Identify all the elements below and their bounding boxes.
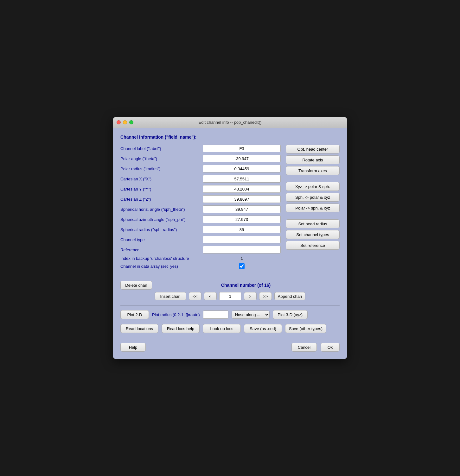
radius-field-label: Polar radius ("radius") xyxy=(120,166,203,171)
nav-row: Insert chan << < > >> Append chan xyxy=(120,292,340,300)
index-row: Index in backup 'urchanlocs' structure 1 xyxy=(120,256,281,261)
first-button[interactable]: << xyxy=(189,292,201,300)
content-area: Channel information ("field_name"): Chan… xyxy=(113,128,347,359)
ok-cancel-area: Cancel Ok xyxy=(291,343,340,352)
insert-chan-button[interactable]: Insert chan xyxy=(155,292,186,300)
index-label: Index in backup 'urchanlocs' structure xyxy=(120,256,203,261)
chantype-input[interactable] xyxy=(203,236,281,243)
section-title: Channel information ("field_name"): xyxy=(120,135,340,140)
sph-theta-field-label: Spherical horiz. angle ("sph_theta") xyxy=(120,207,203,212)
channel-number-container: Channel number (of 16) xyxy=(152,283,340,288)
chantype-field-label: Channel type xyxy=(120,237,203,242)
divider-1 xyxy=(120,276,340,276)
sph-theta-input[interactable] xyxy=(203,205,281,213)
xyz-polar-button[interactable]: Xyz -> polar & sph. xyxy=(286,182,340,191)
minimize-button[interactable] xyxy=(123,120,127,124)
set-channel-types-button[interactable]: Set channel types xyxy=(286,230,340,239)
data-array-label: Channel in data array (set=yes) xyxy=(120,264,203,269)
opt-head-center-button[interactable]: Opt. head center xyxy=(286,145,340,153)
save-other-button[interactable]: Save (other types) xyxy=(285,324,326,333)
divider-3 xyxy=(120,338,340,338)
read-locs-help-button[interactable]: Read locs help xyxy=(162,324,200,333)
nose-select[interactable]: Nose along ... Nose along +X Nose along … xyxy=(232,310,270,319)
field-row-chantype: Channel type xyxy=(120,236,281,243)
sph-radius-field-label: Spherical radius ("sph_radius") xyxy=(120,227,203,232)
read-locations-button[interactable]: Read locations xyxy=(120,324,158,333)
index-value: 1 xyxy=(203,256,281,261)
label-field-label: Channel label ("label") xyxy=(120,146,203,151)
theta-input[interactable] xyxy=(203,155,281,162)
plot-row: Plot 2-D Plot radius (0.2-1, []=auto) No… xyxy=(120,310,340,319)
transform-axes-button[interactable]: Transform axes xyxy=(286,166,340,175)
Z-field-label: Cartesian Z ("Z") xyxy=(120,197,203,202)
Z-input[interactable] xyxy=(203,195,281,203)
help-row: Help Cancel Ok xyxy=(120,343,340,352)
sph-phi-field-label: Spherical azimuth angle ("sph_phi") xyxy=(120,217,203,222)
plot-2d-button[interactable]: Plot 2-D xyxy=(120,310,149,319)
polar-sph-button[interactable]: Polar -> sph. & xyz xyxy=(286,204,340,212)
next-button[interactable]: > xyxy=(244,292,257,300)
sph-polar-button[interactable]: Sph. -> polar & xyz xyxy=(286,193,340,202)
field-row-X: Cartesian X ("X") xyxy=(120,175,281,183)
set-reference-button[interactable]: Set reference xyxy=(286,241,340,250)
prev-button[interactable]: < xyxy=(204,292,217,300)
sph-phi-input[interactable] xyxy=(203,216,281,223)
X-input[interactable] xyxy=(203,175,281,183)
main-window: Edit channel info -- pop_chanedit() Chan… xyxy=(113,117,347,359)
cancel-button[interactable]: Cancel xyxy=(291,343,317,352)
left-fields: Channel label ("label") Polar angle ("th… xyxy=(120,145,281,272)
data-array-row: Channel in data array (set=yes) xyxy=(120,263,281,269)
delete-chan-button[interactable]: Delete chan xyxy=(120,281,152,290)
label-input[interactable] xyxy=(203,145,281,152)
field-row-label: Channel label ("label") xyxy=(120,145,281,152)
plot-3d-button[interactable]: Plot 3-D (xyz) xyxy=(273,310,308,319)
X-field-label: Cartesian X ("X") xyxy=(120,177,203,181)
field-row-theta: Polar angle ("theta") xyxy=(120,155,281,162)
Y-field-label: Cartesian Y ("Y") xyxy=(120,187,203,191)
reference-input[interactable] xyxy=(203,246,281,254)
channel-number-label: Channel number (of 16) xyxy=(221,283,271,288)
field-row-Y: Cartesian Y ("Y") xyxy=(120,185,281,193)
field-row-reference: Reference xyxy=(120,246,281,254)
last-button[interactable]: >> xyxy=(259,292,272,300)
titlebar: Edit channel info -- pop_chanedit() xyxy=(113,117,347,128)
field-row-sph-phi: Spherical azimuth angle ("sph_phi") xyxy=(120,216,281,223)
checkbox-area xyxy=(203,263,281,269)
field-row-sph-radius: Spherical radius ("sph_radius") xyxy=(120,226,281,233)
delete-channel-row: Delete chan Channel number (of 16) xyxy=(120,281,340,290)
window-title: Edit channel info -- pop_chanedit() xyxy=(199,120,262,125)
save-ced-button[interactable]: Save (as .ced) xyxy=(244,324,282,333)
close-button[interactable] xyxy=(117,120,121,124)
set-head-radius-button[interactable]: Set head radius xyxy=(286,219,340,228)
plot-radius-label: Plot radius (0.2-1, []=auto) xyxy=(152,312,200,317)
fields-area: Channel label ("label") Polar angle ("th… xyxy=(120,145,340,272)
Y-input[interactable] xyxy=(203,185,281,193)
right-buttons: Opt. head center Rotate axis Transform a… xyxy=(286,145,340,272)
field-row-sph-theta: Spherical horiz. angle ("sph_theta") xyxy=(120,205,281,213)
theta-field-label: Polar angle ("theta") xyxy=(120,156,203,161)
radius-input[interactable] xyxy=(203,165,281,172)
help-button[interactable]: Help xyxy=(120,343,146,352)
data-array-checkbox[interactable] xyxy=(239,263,245,269)
plot-radius-input[interactable] xyxy=(203,310,228,319)
append-chan-button[interactable]: Append chan xyxy=(274,292,306,300)
traffic-lights xyxy=(117,120,133,124)
divider-2 xyxy=(120,305,340,306)
locations-row: Read locations Read locs help Look up lo… xyxy=(120,324,340,333)
ok-button[interactable]: Ok xyxy=(321,343,340,352)
field-row-Z: Cartesian Z ("Z") xyxy=(120,195,281,203)
reference-field-label: Reference xyxy=(120,247,203,252)
channel-number-input[interactable] xyxy=(219,292,241,300)
bottom-area: Delete chan Channel number (of 16) Inser… xyxy=(120,281,340,352)
maximize-button[interactable] xyxy=(129,120,133,124)
look-up-locs-button[interactable]: Look up locs xyxy=(203,324,241,333)
sph-radius-input[interactable] xyxy=(203,226,281,233)
field-row-radius: Polar radius ("radius") xyxy=(120,165,281,172)
rotate-axis-button[interactable]: Rotate axis xyxy=(286,155,340,164)
